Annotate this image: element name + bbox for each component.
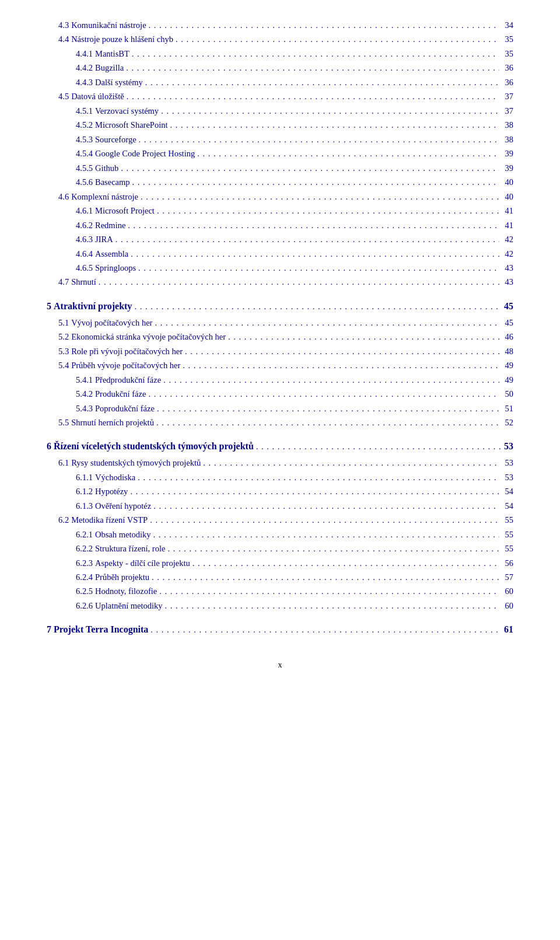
entry-number: 4.6.5 — [76, 261, 93, 274]
entry-dots — [130, 485, 499, 498]
toc-entry-6-2-3: 6.2.3 Aspekty - dílčí cíle projektu 56 — [47, 557, 513, 569]
entry-label: Uplatnění metodiky — [95, 599, 163, 612]
page-footer: x — [47, 661, 513, 670]
entry-dots — [165, 599, 499, 612]
toc-entry-6-2-4: 6.2.4 Průběh projektu 57 — [47, 571, 513, 583]
chapter-number: 5 — [47, 299, 51, 314]
toc-entry-4-5: 4.5 Datová úložiště 37 — [47, 90, 513, 103]
toc-entry-5-3: 5.3 Role při vývoji počítačových her 48 — [47, 345, 513, 358]
entry-page: 60 — [502, 599, 513, 612]
entry-number: 4.3 — [58, 19, 69, 32]
entry-dots — [152, 571, 499, 583]
toc-entry-5-1: 5.1 Vývoj počítačových her 45 — [47, 316, 513, 329]
entry-dots — [228, 330, 499, 343]
entry-dots — [150, 513, 499, 526]
entry-page: 55 — [502, 542, 513, 555]
entry-dots — [153, 528, 499, 541]
entry-label: Nástroje pouze k hlášení chyb — [71, 33, 173, 46]
entry-number: 6.2.2 — [76, 542, 93, 555]
entry-label: Redmine — [95, 219, 125, 232]
entry-label: Basecamp — [95, 176, 130, 188]
page-number: x — [278, 661, 282, 669]
entry-dots — [153, 499, 499, 512]
entry-dots — [150, 623, 502, 636]
entry-page: 48 — [502, 345, 513, 358]
toc-entry-4-5-6: 4.5.6 Basecamp 40 — [47, 176, 513, 188]
entry-label: Komplexní nástroje — [71, 190, 138, 203]
entry-dots — [132, 176, 499, 188]
entry-number: 5.4.1 — [76, 373, 93, 386]
entry-page: 57 — [502, 571, 513, 583]
entry-page: 46 — [502, 330, 513, 343]
entry-label: Struktura řízení, role — [95, 542, 165, 555]
entry-dots — [176, 33, 499, 46]
entry-number: 5.5 — [58, 416, 69, 429]
entry-dots — [126, 61, 499, 74]
entry-page: 55 — [502, 513, 513, 526]
toc-entry-5-4-1: 5.4.1 Předprodukční fáze 49 — [47, 373, 513, 386]
entry-label: Průběh projektu — [95, 571, 149, 583]
entry-label: Google Code Project Hosting — [95, 147, 195, 160]
entry-number: 4.6 — [58, 190, 69, 203]
entry-number: 4.6.4 — [76, 247, 93, 260]
chapter-7-heading: 7 Projekt Terra Incognita 61 — [47, 623, 513, 637]
toc-entry-4-3: 4.3 Komunikační nástroje 34 — [47, 19, 513, 32]
entry-page: 43 — [502, 261, 513, 274]
toc-entry-4-6-5: 4.6.5 Springloops 43 — [47, 261, 513, 274]
entry-label: Role při vývoji počítačových her — [71, 345, 183, 358]
toc-entry-5-4-2: 5.4.2 Produkční fáze 50 — [47, 387, 513, 400]
entry-page: 42 — [502, 247, 513, 260]
toc-entry-4-5-3: 4.5.3 Sourceforge 38 — [47, 133, 513, 146]
entry-dots — [116, 233, 499, 246]
entry-label: Hypotézy — [95, 485, 128, 498]
toc-entry-5-5: 5.5 Shrnutí herních projektů 52 — [47, 416, 513, 429]
entry-dots — [132, 47, 499, 60]
entry-number: 4.4 — [58, 33, 69, 46]
entry-dots — [156, 416, 499, 429]
entry-label: Metodika řízení VSTP — [71, 513, 148, 526]
entry-label: Hodnoty, filozofie — [95, 585, 157, 597]
entry-number: 5.3 — [58, 345, 69, 358]
toc-entry-4-6-3: 4.6.3 JIRA 42 — [47, 233, 513, 246]
entry-page: 52 — [502, 416, 513, 429]
toc-entry-4-6-2: 4.6.2 Redmine 41 — [47, 219, 513, 232]
entry-label: Komunikační nástroje — [71, 19, 146, 32]
toc-entry-4-6-1: 4.6.1 Microsoft Project 41 — [47, 204, 513, 217]
toc-entry-5-4: 5.4 Průběh vývoje počítačových her 49 — [47, 359, 513, 372]
entry-page: 34 — [502, 19, 513, 32]
toc-entry-4-5-1: 4.5.1 Verzovací systémy 37 — [47, 104, 513, 117]
entry-label: Poprodukční fáze — [95, 402, 155, 415]
toc-entry-4-5-4: 4.5.4 Google Code Project Hosting 39 — [47, 147, 513, 160]
entry-dots — [155, 316, 499, 329]
entry-number: 5.4.2 — [76, 387, 93, 400]
entry-page: 55 — [502, 528, 513, 541]
entry-page: 40 — [502, 190, 513, 203]
entry-number: 5.4.3 — [76, 402, 93, 415]
entry-label: Obsah metodiky — [95, 528, 150, 541]
entry-dots — [127, 90, 499, 103]
entry-number: 4.4.3 — [76, 76, 93, 89]
toc-entry-4-5-2: 4.5.2 Microsoft SharePoint 38 — [47, 118, 513, 131]
entry-dots — [131, 247, 499, 260]
entry-dots — [256, 440, 502, 453]
entry-page: 41 — [502, 204, 513, 217]
entry-number: 4.6.1 — [76, 204, 93, 217]
entry-dots — [167, 542, 499, 555]
entry-dots — [161, 104, 499, 117]
entry-dots — [149, 19, 499, 32]
entry-label: Produkční fáze — [95, 387, 146, 400]
entry-number: 6.2.4 — [76, 571, 93, 583]
entry-dots — [170, 118, 499, 131]
entry-dots — [134, 300, 502, 313]
toc-entry-4-6: 4.6 Komplexní nástroje 40 — [47, 190, 513, 203]
entry-number: 5.1 — [58, 316, 69, 329]
chapter-number: 6 — [47, 439, 51, 454]
toc-entry-6-2: 6.2 Metodika řízení VSTP 55 — [47, 513, 513, 526]
entry-number: 6.2.5 — [76, 585, 93, 597]
entry-page: 39 — [502, 162, 513, 174]
entry-label: Sourceforge — [95, 133, 136, 146]
chapter-label: Projekt Terra Incognita — [54, 623, 148, 637]
entry-dots — [183, 359, 499, 372]
chapter-6-heading: 6 Řízení víceletých studentských týmovýc… — [47, 439, 513, 454]
chapter-page: 45 — [504, 299, 513, 314]
